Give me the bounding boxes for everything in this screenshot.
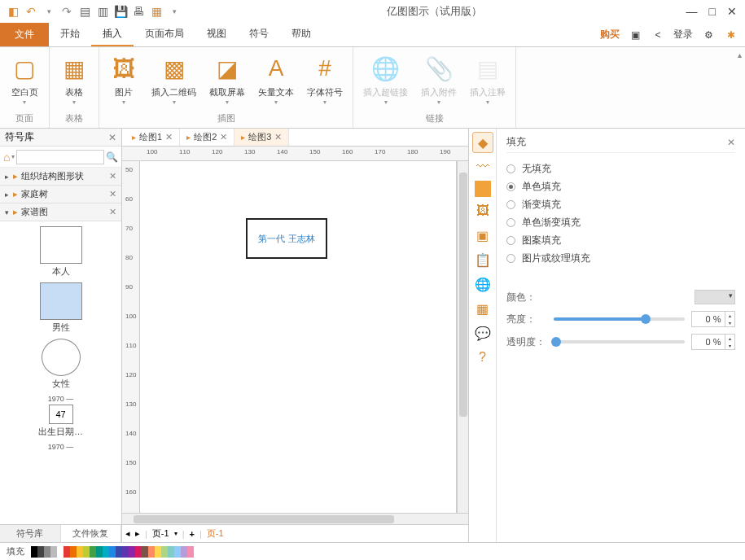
- app-title: 亿图图示（试用版）: [387, 4, 482, 19]
- ribbon-截取屏幕[interactable]: ◪截取屏幕▾: [204, 50, 250, 112]
- close-icon[interactable]: ✕: [727, 137, 735, 148]
- menu-开始[interactable]: 开始: [49, 23, 91, 46]
- dropdown-icon[interactable]: ▾: [11, 153, 15, 160]
- shape-女性[interactable]: 女性: [7, 339, 115, 390]
- ribbon-空白页[interactable]: ▢空白页▾: [5, 50, 44, 112]
- share-icon[interactable]: <: [651, 28, 665, 42]
- page-nav-next[interactable]: ▸: [135, 528, 140, 539]
- ribbon-矢量文本[interactable]: A矢量文本▾: [253, 50, 299, 112]
- opacity-value[interactable]: 0 % ▴▾: [691, 334, 735, 350]
- globe-tool-icon[interactable]: 🌐: [472, 273, 493, 295]
- fill-option-0[interactable]: 无填充: [506, 160, 735, 177]
- dropdown-icon[interactable]: ▾: [166, 3, 182, 20]
- shape-出生日期…[interactable]: 1970 —47出生日期…: [7, 395, 115, 438]
- opacity-slider[interactable]: [554, 340, 685, 343]
- new-icon[interactable]: ▤: [77, 3, 93, 20]
- symbol-category-家庭树[interactable]: ▸▸家庭树✕: [0, 186, 121, 203]
- undo-icon[interactable]: ↶: [23, 3, 39, 20]
- close-icon[interactable]: ✕: [108, 132, 116, 143]
- ribbon-collapse-icon[interactable]: ▴: [738, 50, 742, 59]
- fill-tool-icon[interactable]: ◆: [472, 132, 493, 153]
- window-maximize[interactable]: □: [709, 5, 716, 18]
- comment-tool-icon[interactable]: 💬: [472, 322, 493, 343]
- page-selector[interactable]: 页-1: [152, 527, 169, 540]
- home-icon[interactable]: ⌂: [3, 151, 10, 164]
- login-link[interactable]: 登录: [673, 28, 693, 42]
- logo-icon: ✱: [724, 28, 738, 42]
- buy-link[interactable]: 购买: [600, 28, 620, 42]
- dropdown-icon[interactable]: ▾: [174, 530, 177, 537]
- left-tab-符号库[interactable]: 符号库: [0, 525, 61, 542]
- menu-帮助[interactable]: 帮助: [280, 23, 322, 46]
- brightness-value[interactable]: 0 % ▴▾: [691, 311, 735, 327]
- menu-页面布局[interactable]: 页面布局: [134, 23, 195, 46]
- color-swatch-icon[interactable]: [475, 181, 491, 197]
- file-menu[interactable]: 文件: [0, 23, 49, 46]
- redo-icon[interactable]: ↷: [59, 3, 75, 20]
- dropdown-icon[interactable]: ▾: [41, 3, 57, 20]
- doc-tab-绘图2[interactable]: ▸绘图2✕: [180, 129, 234, 146]
- shape-[interactable]: 1970 —: [7, 443, 115, 451]
- color-palette[interactable]: [31, 546, 194, 558]
- page-tab-active[interactable]: 页-1: [207, 527, 224, 540]
- symbol-search-input[interactable]: [16, 150, 104, 164]
- shape-男性[interactable]: 男性: [7, 282, 115, 334]
- doc-tab-绘图3[interactable]: ▸绘图3✕: [234, 129, 289, 146]
- clipboard-tool-icon[interactable]: 📋: [472, 249, 493, 270]
- vertical-scrollbar[interactable]: [457, 161, 468, 513]
- window-close[interactable]: ✕: [727, 5, 737, 18]
- ribbon-插入超链接: 🌐插入超链接▾: [358, 50, 413, 112]
- shape-本人[interactable]: 本人: [7, 226, 115, 278]
- ribbon-字体符号[interactable]: #字体符号▾: [302, 50, 348, 112]
- add-page[interactable]: +: [190, 529, 195, 539]
- fill-option-1[interactable]: 单色填充: [506, 177, 735, 195]
- canvas-shape-node[interactable]: 第一代 王志林: [246, 218, 327, 259]
- color-picker[interactable]: ▾: [695, 290, 735, 304]
- doc-tab-绘图1[interactable]: ▸绘图1✕: [125, 129, 180, 146]
- ribbon-插入附件: 📎插入附件▾: [416, 50, 462, 112]
- grid-tool-icon[interactable]: ▦: [472, 298, 493, 319]
- print-icon[interactable]: 🖶: [130, 3, 147, 20]
- fill-option-3[interactable]: 单色渐变填充: [506, 213, 735, 231]
- app-icon: ◧: [5, 3, 21, 20]
- opacity-label: 透明度：: [506, 335, 547, 349]
- left-tab-文件恢复[interactable]: 文件恢复: [61, 525, 122, 542]
- gear-icon[interactable]: ⚙: [701, 28, 716, 42]
- open-icon[interactable]: ▥: [94, 3, 111, 20]
- statusbar-fill-label: 填充: [0, 545, 31, 558]
- page-nav-prev[interactable]: ◂: [125, 528, 130, 539]
- export-icon[interactable]: ▦: [148, 3, 164, 20]
- help-tool-icon[interactable]: ?: [472, 347, 493, 368]
- horizontal-scrollbar[interactable]: [122, 513, 468, 524]
- brightness-slider[interactable]: [554, 317, 685, 321]
- drawing-canvas[interactable]: 第一代 王志林: [140, 161, 457, 513]
- color-label: 颜色：: [506, 291, 547, 304]
- fill-panel-title: 填充: [506, 135, 526, 149]
- symbol-category-家谱图[interactable]: ▾▸家谱图✕: [0, 203, 121, 221]
- menu-符号[interactable]: 符号: [238, 23, 280, 46]
- cloud-icon[interactable]: ▣: [628, 28, 642, 42]
- menu-插入[interactable]: 插入: [91, 23, 134, 46]
- save-icon[interactable]: 💾: [112, 3, 129, 20]
- ribbon-表格[interactable]: ▦表格▾: [55, 50, 94, 112]
- ribbon-插入二维码[interactable]: ▩插入二维码▾: [147, 50, 201, 112]
- menu-视图[interactable]: 视图: [195, 23, 238, 46]
- ribbon-插入注释: ▤插入注释▾: [465, 50, 511, 112]
- image-tool-icon[interactable]: 🖼: [472, 200, 493, 221]
- symbol-category-组织结构图形状[interactable]: ▸▸组织结构图形状✕: [0, 168, 121, 186]
- fill-option-5[interactable]: 图片或纹理填充: [506, 249, 735, 267]
- search-icon[interactable]: 🔍: [106, 151, 118, 163]
- canvas-shape-text: 第一代 王志林: [258, 233, 314, 245]
- fill-option-4[interactable]: 图案填充: [506, 231, 735, 249]
- window-minimize[interactable]: —: [686, 5, 698, 18]
- layer-tool-icon[interactable]: ▣: [472, 225, 493, 246]
- fill-option-2[interactable]: 渐变填充: [506, 195, 735, 213]
- brightness-label: 亮度：: [506, 313, 547, 326]
- line-tool-icon[interactable]: 〰: [472, 156, 493, 177]
- ribbon-图片[interactable]: 🖼图片▾: [104, 50, 143, 112]
- symbol-lib-title: 符号库: [5, 130, 34, 144]
